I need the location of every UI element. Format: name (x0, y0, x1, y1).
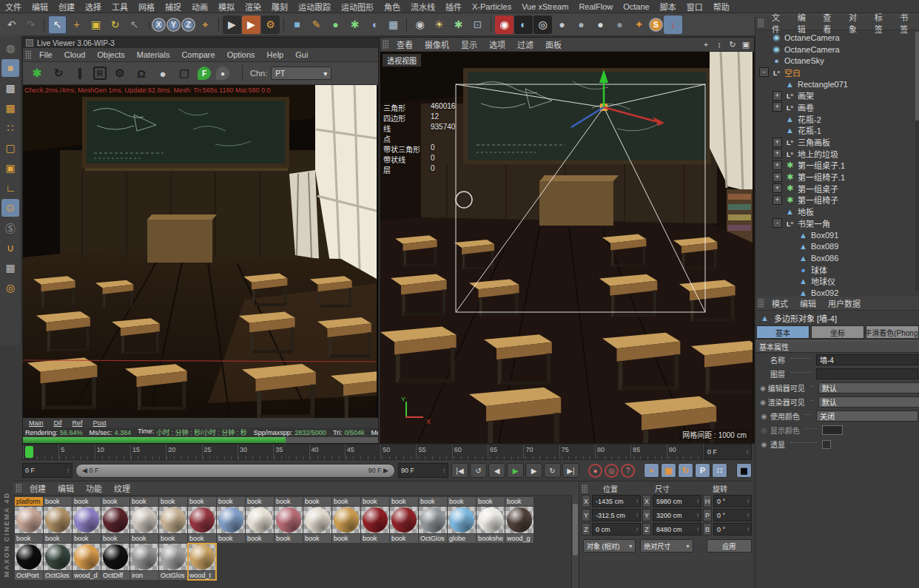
tree-item[interactable]: + 第一组椅子.1 (755, 171, 919, 183)
lock-z-icon[interactable]: Z (181, 18, 195, 32)
material-cell[interactable]: OctGlos (159, 544, 187, 580)
light-icon[interactable]: ☀ (430, 16, 448, 34)
material-cell[interactable]: wood_g (505, 507, 533, 543)
panel-drag-handle[interactable] (758, 299, 764, 308)
axis-mode-icon[interactable]: ∟ (1, 179, 19, 197)
menu-item[interactable]: 运动跟踪 (293, 0, 336, 13)
menu-item[interactable]: 帮助 (708, 0, 735, 13)
material-cell[interactable]: book (332, 497, 360, 506)
menu-item[interactable]: 网格 (133, 0, 160, 13)
material-scrollbar[interactable] (571, 495, 579, 588)
viewport-menu-item[interactable]: 面板 (539, 38, 568, 51)
attribute-menu-item[interactable]: 编辑 (794, 297, 822, 310)
tree-item[interactable]: OctaneCamera (755, 32, 919, 44)
maximize-view-icon[interactable]: ▣ (740, 38, 752, 50)
cube-primitive-icon[interactable]: ■ (288, 16, 306, 34)
xpresso-icon[interactable]: ⊡ (468, 16, 487, 34)
key-parameter-icon[interactable]: P (695, 463, 710, 478)
material-cell[interactable]: OctGlos (419, 507, 447, 543)
menu-item[interactable]: 运动图形 (336, 0, 379, 13)
material-cell[interactable]: book (188, 507, 216, 543)
tree-item[interactable]: 花瓶-2 (755, 113, 919, 125)
menu-item[interactable]: 脚本 (655, 0, 681, 13)
menu-item[interactable]: 模拟 (213, 0, 240, 13)
tree-item[interactable]: Box091 (755, 229, 919, 241)
tree-item[interactable]: + 第一组桌子 (755, 183, 919, 195)
lv-settings-icon[interactable]: ⚙ (112, 65, 128, 81)
octane-specular-material-icon[interactable]: ● (591, 16, 610, 34)
state-dot-icon[interactable] (760, 441, 768, 448)
material-cell[interactable]: book (505, 497, 533, 506)
channel-dropdown[interactable]: PT▾ (271, 67, 331, 80)
octane-s-icon[interactable]: S (649, 18, 663, 32)
play-button[interactable]: ▶ (507, 463, 524, 478)
viewport-menu-item[interactable]: 摄像机 (419, 38, 455, 51)
wb-picker-icon[interactable]: ● (216, 67, 229, 80)
material-cell[interactable]: book (73, 507, 101, 543)
menu-item[interactable]: 编辑 (27, 0, 53, 13)
tree-item[interactable]: - 书架一角 (755, 217, 919, 229)
workplane-lock-icon[interactable]: ▦ (1, 259, 19, 277)
focus-picker-icon[interactable]: F (198, 67, 211, 80)
material-cell[interactable]: globe (448, 507, 476, 543)
material-cell[interactable]: book (246, 507, 274, 543)
snap-settings-icon[interactable]: Ⓢ (1, 219, 19, 237)
prev-key-button[interactable]: ↺ (470, 463, 487, 478)
tree-item[interactable]: + 地上的垃圾 (755, 148, 919, 160)
live-viewer-menu-item[interactable]: Gui (289, 50, 314, 60)
attribute-tab[interactable]: 基本 (756, 325, 809, 339)
render-visibility-dropdown[interactable]: 默认 (818, 396, 919, 408)
expand-toggle[interactable]: + (772, 195, 782, 205)
menu-item[interactable]: RealFlow (573, 1, 618, 12)
material-cell[interactable]: book (361, 507, 389, 543)
octane-diffuse-material-icon[interactable]: ● (553, 16, 571, 34)
attribute-tab[interactable]: 平滑着色(Phong) (866, 325, 919, 339)
tree-item[interactable]: 地球仪 (755, 275, 919, 287)
tree-item[interactable]: + 画卷 (755, 101, 919, 113)
material-cell[interactable]: book (101, 507, 129, 543)
rotation-input[interactable]: 0 ° (713, 523, 752, 535)
expand-toggle[interactable]: + (772, 149, 782, 158)
enable-snap-icon[interactable]: ∪ (1, 239, 19, 257)
menu-item[interactable]: 流水线 (405, 0, 440, 13)
menu-item[interactable]: 插件 (440, 0, 467, 13)
prev-frame-button[interactable]: ◀ (488, 463, 505, 478)
tree-item[interactable]: OctaneSky (755, 55, 919, 67)
key-rotation-icon[interactable]: ↻ (678, 463, 693, 478)
size-input[interactable]: 5980 cm (653, 495, 701, 507)
panel-drag-handle[interactable] (383, 40, 388, 49)
next-frame-button[interactable]: ▶ (525, 463, 542, 478)
pen-spline-icon[interactable]: ✎ (307, 16, 326, 34)
viewport-view-label[interactable]: 透视视图 (383, 54, 421, 67)
position-input[interactable]: 0 cm (592, 523, 641, 535)
tree-item[interactable]: Box092 (755, 287, 919, 297)
material-cell[interactable]: book (217, 497, 245, 506)
xray-checkbox[interactable] (822, 440, 831, 449)
size-input[interactable]: 3200 cm (653, 509, 701, 521)
tree-scrollbar[interactable] (915, 32, 919, 291)
rotation-input[interactable]: 0 ° (713, 509, 752, 521)
use-color-dropdown[interactable]: 关闭 (816, 410, 918, 422)
tree-item[interactable]: Rectangle071 (755, 78, 919, 90)
state-dot-icon[interactable] (760, 427, 768, 434)
viewport-solo-icon[interactable]: ⊙ (1, 199, 19, 217)
keyframe-selection-icon[interactable]: ▦ (736, 463, 752, 478)
goto-end-button[interactable]: ▶| (562, 463, 579, 478)
live-viewer-menu-item[interactable]: Cloud (58, 50, 92, 60)
live-viewer-menu-item[interactable]: Objects (91, 50, 130, 60)
octane-environment-icon[interactable]: ◐ (514, 16, 533, 34)
panel-drag-handle[interactable] (16, 484, 21, 493)
material-cell[interactable]: book (303, 497, 331, 506)
record-keyframe-icon[interactable]: ● (588, 464, 602, 478)
last-tool-icon[interactable]: ↖ (125, 16, 144, 34)
viewport-scene[interactable]: 透视视图 三角形460016四边形12线935740点带状三角形0带状线0层0 … (380, 52, 754, 443)
goto-start-button[interactable]: |◀ (451, 463, 468, 478)
attribute-menu-item[interactable]: 用户数据 (822, 297, 866, 310)
record-help-icon[interactable]: ? (621, 464, 635, 478)
loop-button[interactable]: ↻ (544, 463, 561, 478)
viewport-menu-item[interactable]: 查看 (391, 38, 419, 51)
material-cell[interactable]: book (159, 507, 187, 543)
coordinate-mode-dropdown[interactable]: 对象 (相对) (583, 539, 636, 552)
expand-toggle[interactable]: - (772, 218, 782, 228)
menu-item[interactable]: 动画 (186, 0, 213, 13)
